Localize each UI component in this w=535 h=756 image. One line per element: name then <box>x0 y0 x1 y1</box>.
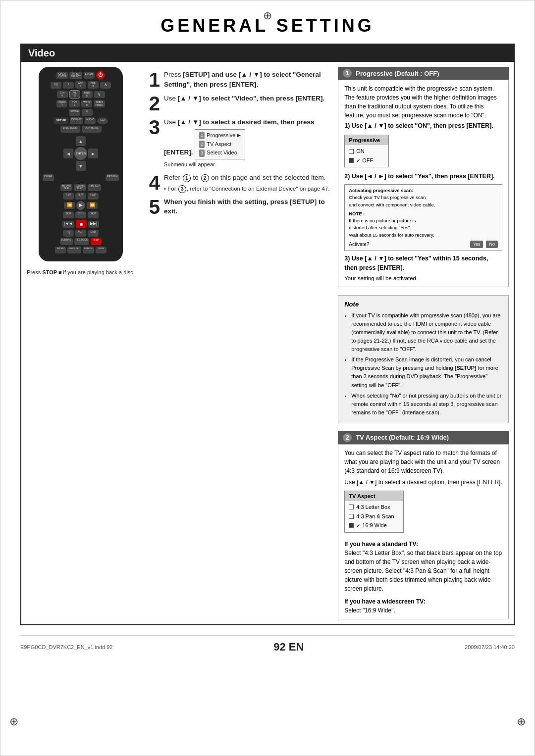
play-label: PLAY <box>75 193 86 200</box>
return-btn[interactable]: RETURN <box>106 174 119 181</box>
tv-aspect-panel-header: 2 TV Aspect (Default: 16:9 Wide) <box>338 431 509 444</box>
btn-3[interactable]: DEF3 <box>88 81 99 89</box>
note-box: Note If your TV is compatible with progr… <box>338 295 509 423</box>
progressive-options-box: Progressive ON ✓ OFF <box>344 135 389 168</box>
tv-aspect-box-title: TV Aspect <box>345 491 403 502</box>
pan-scan-label: 4:3 Pan & Scan <box>356 512 394 521</box>
note-item-2: If the Progressive Scan image is distort… <box>351 355 502 389</box>
panel1-badge: 1 <box>343 69 352 78</box>
crosshair-right: ⊕ <box>517 715 526 728</box>
rew-btn[interactable]: ⏪ <box>64 202 75 209</box>
zoom-btn[interactable]: ZOOM <box>96 247 107 253</box>
ch-down-btn[interactable]: ∨ <box>94 91 105 98</box>
input-select-btn[interactable]: INPUTSELECT <box>69 72 82 79</box>
slow-play-btn[interactable]: 1.3x/0.6xPLAY <box>74 184 86 191</box>
step-2-row: 2 Use [▲ / ▼] to select "Video", then pr… <box>143 94 331 113</box>
step-3-row: 3 Use [▲ / ▼] to select a desired item, … <box>143 117 331 169</box>
step-3-text: Use [▲ / ▼] to select a desired item, th… <box>164 117 331 169</box>
disc-menu-btn[interactable]: DISC MENU <box>60 126 80 133</box>
panel2-badge: 2 <box>343 433 352 442</box>
hash-btn[interactable]: #/! <box>51 82 61 89</box>
wide-checkbox[interactable] <box>349 523 354 528</box>
dpad-down[interactable]: ▼ <box>76 161 86 171</box>
ff-btn[interactable]: ⏩ <box>87 202 98 209</box>
rec-mode-btn[interactable]: REC MODE <box>74 238 89 245</box>
setting-activated-text: Your setting will be activated. <box>344 274 502 283</box>
ch-up-btn[interactable]: ∧ <box>100 82 111 89</box>
tv-aspect-options-box: TV Aspect 4:3 Letter Box 4:3 Pan & Scan <box>344 491 404 533</box>
stop-btn[interactable]: ■ <box>76 220 87 228</box>
repeat-btn[interactable]: REPEAT <box>55 247 66 253</box>
off-label: ✓ OFF <box>356 156 373 165</box>
btn-4[interactable]: GHI4 <box>57 91 68 98</box>
tv-aspect-panel: 2 TV Aspect (Default: 16:9 Wide) You can… <box>338 431 509 619</box>
skip-next-btn[interactable]: SKIP <box>88 211 99 218</box>
enter-btn[interactable]: ENTER <box>74 147 87 160</box>
play-btn[interactable]: ▶ <box>76 201 85 210</box>
space-btn[interactable]: SPACE <box>69 109 80 116</box>
clear-btn[interactable]: CLEAR <box>43 174 54 181</box>
dpad-up[interactable]: ▲ <box>76 136 86 146</box>
instant-skip-btn[interactable]: INSTANTSKIP <box>60 184 73 191</box>
setup-btn[interactable]: SETUP <box>54 117 68 124</box>
letter-box-label: 4:3 Letter Box <box>356 503 390 511</box>
btn-0[interactable]: 0 <box>82 109 93 116</box>
btn-9[interactable]: WXYZ9 <box>81 100 92 107</box>
rev-btn[interactable]: REV <box>63 193 74 200</box>
standard-tv-text: Select "4:3 Letter Box", so that black b… <box>344 550 502 592</box>
submenu-item-1: 1 Progressive ▶ <box>199 131 241 140</box>
skip-prev-btn[interactable]: SKIP <box>63 211 74 218</box>
top-menu-btn[interactable]: TOP MENU <box>82 126 102 133</box>
off-checkbox[interactable] <box>349 158 354 163</box>
dpad-right[interactable]: ► <box>88 149 98 158</box>
no-button[interactable]: No <box>486 241 498 249</box>
btn-7[interactable]: PQRS7 <box>56 100 67 107</box>
letter-box-option: 4:3 Letter Box <box>349 503 399 512</box>
fwd-btn[interactable]: FWD <box>88 193 99 200</box>
rec-btn[interactable]: REC <box>91 238 102 245</box>
hdmi-btn[interactable]: HDMI <box>84 72 95 79</box>
on-checkbox[interactable] <box>349 149 354 154</box>
page-footer: E9PG0CD_DVR7KC2_EN_v1.indd 92 92 EN 2009… <box>20 635 515 657</box>
timer-prog-btn[interactable]: TIMERPROG. <box>94 100 105 107</box>
display-btn[interactable]: DISPLAY <box>70 117 83 124</box>
btn-2[interactable]: ABC2 <box>75 81 86 89</box>
timer-set-btn[interactable]: TIMER SET <box>67 247 81 253</box>
tv-aspect-panel-title: TV Aspect (Default: 16:9 Wide) <box>356 434 449 441</box>
btn-6[interactable]: MNO6 <box>82 91 93 98</box>
search-btn[interactable]: SEARCH <box>83 247 94 253</box>
progressive-panel-header: 1 Progressive (Default : OFF) <box>338 67 509 80</box>
prev-btn[interactable]: |◄◄ <box>62 221 74 228</box>
yes-button[interactable]: Yes <box>470 241 483 249</box>
btn-8[interactable]: TUV8 <box>69 100 80 107</box>
next-btn[interactable]: ▶▶| <box>88 221 99 228</box>
dvd-btn[interactable]: DVD <box>88 230 99 237</box>
vcr-btn[interactable]: VCR <box>75 230 86 237</box>
step-2-text: Use [▲ / ▼] to select "Video", then pres… <box>164 94 331 103</box>
time-slip-btn[interactable]: TIME SLIP <box>88 184 102 191</box>
progressive-panel-body: This unit is compatible with the progres… <box>338 80 509 287</box>
note-list: If your TV is compatible with progressiv… <box>344 311 502 417</box>
footer-left: E9PG0CD_DVR7KC2_EN_v1.indd 92 <box>20 644 113 650</box>
pan-scan-option: 4:3 Pan & Scan <box>349 512 399 521</box>
step-2-number: 2 <box>143 94 160 113</box>
open-close-btn[interactable]: OPEN/CLOSE <box>56 72 68 79</box>
pause-btn[interactable]: ⏸ <box>63 230 74 237</box>
letter-box-checkbox[interactable] <box>349 504 354 509</box>
submenu-item-3: 3 Select Video <box>199 149 241 157</box>
dpad: ▲ ◄ ENTER ► ▼ <box>63 136 98 171</box>
pan-scan-checkbox[interactable] <box>349 514 354 519</box>
tv-aspect-body-text: You can select the TV aspect ratio to ma… <box>344 450 500 474</box>
dpad-left[interactable]: ◄ <box>63 149 73 158</box>
tv-aspect-panel-body: You can select the TV aspect ratio to ma… <box>338 444 509 619</box>
dubbing-btn[interactable]: DUBBING <box>60 238 73 245</box>
btn-5[interactable]: JKL-5 <box>69 90 80 99</box>
audio-btn[interactable]: AUDIO <box>85 117 96 124</box>
btn-1[interactable]: 1 <box>63 82 74 89</box>
power-btn[interactable]: ⏻ <box>96 71 105 80</box>
cd-btn[interactable]: CD <box>97 117 108 124</box>
step-4-number: 4 <box>143 173 160 193</box>
section-content: OPEN/CLOSE INPUTSELECT HDMI ⏻ #/! 1 ABC2… <box>21 62 514 624</box>
submenu-item-2: 2 TV Aspect <box>199 140 241 149</box>
step-4-row: 4 Refer 1 to 2 on this page and set the … <box>143 173 331 193</box>
